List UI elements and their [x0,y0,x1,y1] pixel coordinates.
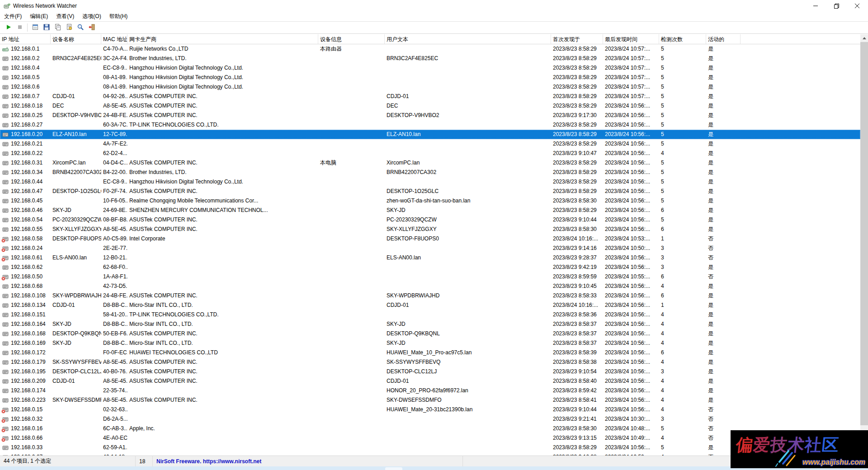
cell-count: 6 [659,348,706,357]
cell-name [51,244,101,253]
table-row[interactable]: 192.168.0.4EC-C8-9...Hangzhou Hikvision … [0,63,860,73]
table-row[interactable]: 192.168.0.223SKY-DWSEFSSDMFOA8-5E-45...A… [0,395,860,405]
table-row[interactable]: 192.168.0.168DESKTOP-Q9KBQNL50-EB-F6...A… [0,329,860,338]
html-report-button[interactable] [29,22,41,33]
table-row[interactable]: 192.168.0.214A-7F-E2...2023/8/23 8:58:29… [0,139,860,149]
table-row[interactable]: 192.168.0.61ELS-AN00.lan12-B0-21...ELS-A… [0,253,860,263]
computer-inactive-icon [2,416,9,422]
cell-mac: 24-4B-FE... [101,291,127,301]
table-row[interactable]: 192.168.0.6262-68-F0...2023/8/23 9:42:19… [0,263,860,272]
column-header-count[interactable]: 检测次数 [659,34,706,44]
column-header-last[interactable]: 最后发现时间 [603,34,659,44]
table-row[interactable]: 192.168.0.6842-73-D5...2023/8/23 9:10:45… [0,282,860,291]
cell-last: 2023/8/24 10:49:... [603,433,659,443]
column-header-ip[interactable]: IP 地址 [0,34,51,44]
cell-active: 是 [706,120,741,130]
table-row[interactable]: 192.168.0.2262-D2-4...2023/8/23 9:10:472… [0,149,860,158]
column-header-name[interactable]: 设备名称 [51,34,101,44]
restore-button[interactable] [826,0,847,12]
column-header-mac[interactable]: MAC 地址 [101,34,127,44]
column-header-info[interactable]: 设备信息 [318,34,385,44]
cell-info [318,272,385,282]
cell-name [51,63,101,73]
table-row[interactable]: 192.168.0.179SK-SSYWYSFFBEVQA8-5E-45...A… [0,357,860,367]
cell-last: 2023/8/24 10:56:... [603,187,659,196]
cell-last: 2023/8/24 10:57:... [603,82,659,92]
start-scan-button[interactable] [3,22,14,33]
table-row[interactable]: 192.168.0.508-A1-89...Hangzhou Hikvision… [0,73,860,82]
table-row[interactable]: 192.168.0.54PC-20230329QCZW08-BF-B8...AS… [0,215,860,225]
cell-first: 2023/8/23 8:58:37 [551,329,603,338]
cell-first: 2023/8/23 9:14:16 [551,244,603,253]
table-row[interactable]: 192.168.0.32D6-2A-5...2023/8/23 9:21:412… [0,414,860,424]
table-row[interactable]: 192.168.0.608-A1-89...Hangzhou Hikvision… [0,82,860,92]
menu-edit[interactable]: 编辑(E) [26,11,52,22]
table-row[interactable]: 192.168.0.1C4-70-A...Ruijie Networks Co.… [0,44,860,54]
minimize-button[interactable] [805,0,826,12]
table-row[interactable]: 192.168.0.25DESKTOP-V9HVBO224-4B-FE...AS… [0,111,860,120]
table-row[interactable]: 192.168.0.169SKY-JDD8-BB-C...Micro-Star … [0,338,860,348]
cell-count: 5 [659,130,706,139]
copy-button[interactable] [52,22,63,33]
table-row[interactable]: 192.168.0.34BRNB422007CA302.lanB4-22-00.… [0,168,860,177]
table-row[interactable]: 192.168.0.4510-F6-05...Realme Chongqing … [0,196,860,206]
table-row[interactable]: 192.168.0.164SKY-JDD8-BB-C...Micro-Star … [0,320,860,329]
cell-user: SK-SSYWYSFFBEVQ [385,357,551,367]
vertical-scrollbar[interactable] [860,34,868,456]
table-row[interactable]: 192.168.0.7CDJD-0104-92-26...ASUSTek COM… [0,92,860,101]
menu-view[interactable]: 查看(V) [52,11,78,22]
computer-icon [2,141,9,147]
cell-last: 2023/8/24 10:30:... [603,414,659,424]
column-header-vendor[interactable]: 网卡生产商 [127,34,318,44]
table-row[interactable]: 192.168.0.134CDJD-01D8-BB-C...Micro-Star… [0,301,860,310]
cell-mac: 10-F6-05... [101,196,127,206]
cell-info [318,386,385,395]
table-row[interactable]: 192.168.0.46SKY-JD24-69-8E...SHENZHEN ME… [0,206,860,215]
menu-help[interactable]: 帮助(H) [105,11,132,22]
scrollbar-thumb[interactable] [860,42,868,425]
table-row[interactable]: 192.168.0.242E-2E-77...2023/8/23 9:14:16… [0,244,860,253]
column-header-first[interactable]: 首次发现于 [551,34,603,44]
exit-button[interactable] [86,22,97,33]
cell-user: SKY-JD [385,206,551,215]
close-button[interactable] [847,0,868,12]
menu-file[interactable]: 文件(F) [0,11,26,22]
table-row[interactable]: 192.168.0.44EC-C8-9...Hangzhou Hikvision… [0,177,860,187]
table-row[interactable]: 192.168.0.55SKY-XLLYFJZGGXY.lanA8-5E-45.… [0,225,860,234]
scroll-up-arrow[interactable] [860,34,868,42]
table-row[interactable]: 192.168.0.2760-3A-7C...TP-LINK TECHNOLOG… [0,120,860,130]
table-row[interactable]: 192.168.0.501A-A8-F1...2023/8/23 8:59:59… [0,272,860,282]
ip-address: 192.168.0.50 [11,272,42,282]
find-button[interactable] [75,22,86,33]
table-row[interactable]: 192.168.0.31XircomPC.lan04-D4-C...ASUSTe… [0,158,860,168]
cell-active: 是 [706,82,741,92]
table-row[interactable]: 192.168.0.17422-35-74...HONOR_20_PRO-62f… [0,386,860,395]
cell-mac: 24-4B-FE... [101,111,127,120]
table-row[interactable]: 192.168.0.58DESKTOP-F8UOPS0A0-C5-89...In… [0,234,860,244]
table-row[interactable]: 192.168.0.195DESKTOP-CLC12LJ40-B0-76...A… [0,367,860,376]
table-row[interactable]: 192.168.0.172F0-0F-EC...HUAWEI TECHNOLOG… [0,348,860,357]
cell-last: 2023/8/24 10:56:... [603,320,659,329]
ip-address: 192.168.0.68 [11,282,42,291]
save-button[interactable] [41,22,52,33]
cell-info [318,139,385,149]
menu-options[interactable]: 选项(O) [78,11,105,22]
column-header-active[interactable]: 活动的 [706,34,741,44]
cell-user: XircomPC.lan [385,158,551,168]
html-report-icon [32,24,39,32]
cell-count: 3 [659,244,706,253]
table-row[interactable]: 192.168.0.209CDJD-01A8-5E-45...ASUSTek C… [0,376,860,386]
properties-button[interactable] [63,22,75,33]
stop-scan-button[interactable] [14,22,25,33]
nirsoft-link[interactable]: NirSoft Freeware. https://www.nirsoft.ne… [156,458,261,465]
table-row[interactable]: 192.168.0.108SKY-WPDBRWIAJHD24-4B-FE...A… [0,291,860,301]
column-header-user[interactable]: 用户文本 [385,34,551,44]
table-row[interactable]: 192.168.0.47DESKTOP-1O25GLCF0-2F-74...AS… [0,187,860,196]
ip-address: 192.168.0.58 [11,234,42,244]
table-row[interactable]: 192.168.0.18DECA8-5E-45...ASUSTek COMPUT… [0,101,860,111]
table-row[interactable]: 192.168.0.1502-32-63...HUAWEI_Mate_20-31… [0,405,860,414]
table-row-selected[interactable]: 192.168.0.20ELZ-AN10.lan12-7C-89...ELZ-A… [0,130,860,139]
cell-active: 是 [706,320,741,329]
table-row[interactable]: 192.168.0.15158-41-20...TP-LINK TECHNOLO… [0,310,860,320]
table-row[interactable]: 192.168.0.2BRN3C2AF4E825EC3C-2A-F4...Bro… [0,54,860,63]
